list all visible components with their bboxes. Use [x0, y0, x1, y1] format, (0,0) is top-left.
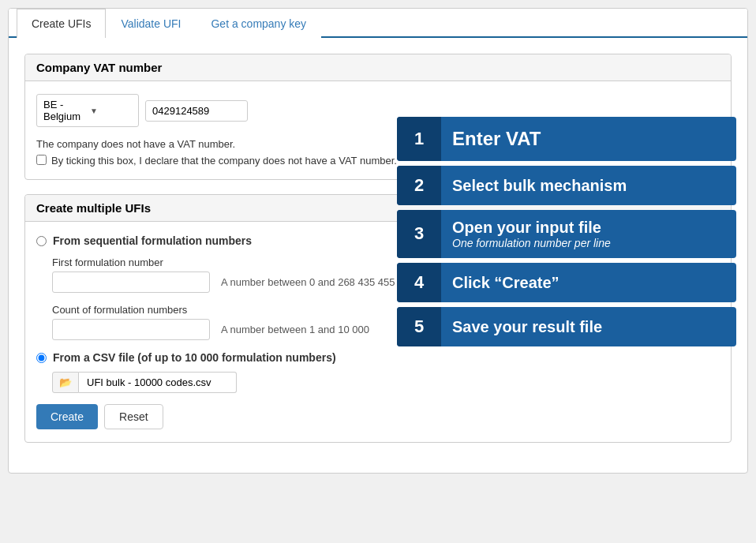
- step-5: 5 Save your result file: [397, 307, 736, 346]
- file-input-row: 📂 UFI bulk - 10000 codes.csv: [52, 372, 720, 393]
- csv-radio[interactable]: [36, 353, 47, 363]
- csv-radio-row: From a CSV file (of up to 10 000 formula…: [36, 351, 720, 364]
- reset-button[interactable]: Reset: [104, 404, 163, 429]
- step-4-text: Click “Create”: [441, 265, 571, 300]
- step-3-text: Open your input file One formulation num…: [441, 210, 622, 258]
- step-1: 1 Enter VAT: [397, 117, 736, 161]
- first-number-hint: A number between 0 and 268 435 455: [221, 276, 395, 288]
- step-2-text: Select bulk mechanism: [441, 168, 638, 203]
- sequential-radio[interactable]: [36, 236, 47, 246]
- step-3-number: 3: [397, 210, 441, 258]
- vat-number-input[interactable]: [145, 100, 248, 122]
- main-container: Create UFIs Validate UFI Get a company k…: [8, 8, 748, 474]
- create-button[interactable]: Create: [36, 404, 98, 429]
- step-1-number: 1: [397, 117, 441, 161]
- file-browse-button[interactable]: 📂: [52, 372, 79, 393]
- step-1-text: Enter VAT: [441, 120, 552, 159]
- step-2: 2 Select bulk mechanism: [397, 166, 736, 205]
- tab-bar: Create UFIs Validate UFI Get a company k…: [9, 9, 747, 38]
- no-vat-checkbox[interactable]: [36, 155, 47, 165]
- steps-overlay: 1 Enter VAT 2 Select bulk mechanism 3 Op…: [397, 117, 736, 346]
- step-2-number: 2: [397, 166, 441, 205]
- count-hint: A number between 1 and 10 000: [221, 324, 369, 335]
- action-buttons: Create Reset: [36, 404, 720, 429]
- no-vat-checkbox-label: By ticking this box, I declare that the …: [51, 155, 397, 167]
- step-5-number: 5: [397, 307, 441, 346]
- file-folder-icon: 📂: [59, 376, 72, 388]
- vat-section-title: Company VAT number: [25, 54, 731, 81]
- dropdown-arrow-icon: ▼: [90, 107, 132, 115]
- sequential-label: From sequential formulation numbers: [53, 234, 252, 247]
- tab-get-company-key[interactable]: Get a company key: [196, 9, 321, 38]
- step-5-text: Save your result file: [441, 309, 613, 344]
- step-3: 3 Open your input file One formulation n…: [397, 210, 736, 258]
- count-input[interactable]: [52, 319, 210, 340]
- page-content: Company VAT number BE - Belgium ▼ The co…: [9, 38, 747, 473]
- step-4: 4 Click “Create”: [397, 263, 736, 302]
- first-number-input[interactable]: [52, 272, 210, 293]
- tab-create-ufis[interactable]: Create UFIs: [17, 9, 106, 38]
- step-3-subtext: One formulation number per line: [452, 237, 611, 250]
- country-value: BE - Belgium: [43, 99, 85, 122]
- country-select[interactable]: BE - Belgium ▼: [36, 94, 139, 127]
- csv-label: From a CSV file (of up to 10 000 formula…: [53, 351, 336, 364]
- tab-validate-ufi[interactable]: Validate UFI: [106, 9, 196, 38]
- step-4-number: 4: [397, 263, 441, 302]
- file-name-display: UFI bulk - 10000 codes.csv: [79, 372, 237, 393]
